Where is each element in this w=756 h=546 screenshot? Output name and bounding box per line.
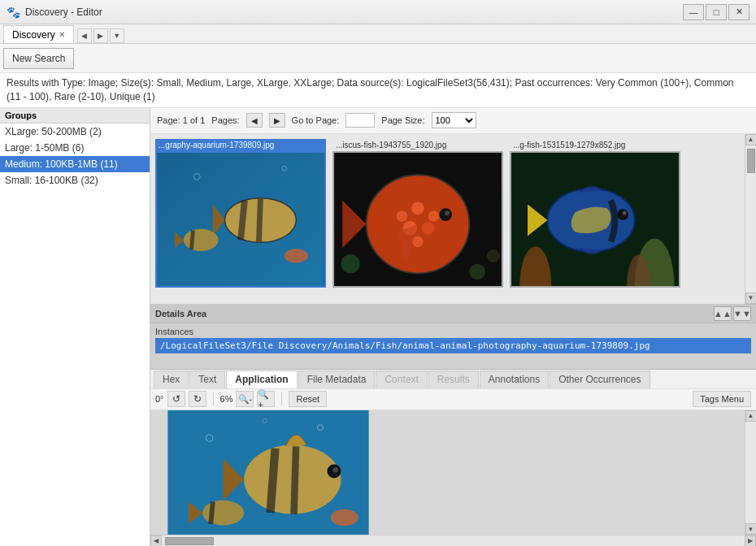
title-bar-left: 🐾 Discovery - Editor — [7, 6, 102, 19]
thumbnail-item-2[interactable]: ...iscus-fish-1943755_1920.jpg — [332, 139, 503, 299]
sidebar-header: Groups — [0, 108, 150, 124]
rotate-left-button[interactable]: ↺ — [167, 391, 185, 407]
svg-point-37 — [623, 210, 627, 214]
tab-hex[interactable]: Hex — [154, 370, 189, 388]
thumb-label-3: ...g-fish-1531519-1279x852.jpg — [510, 139, 680, 151]
horiz-scrollbar: ◀ ▶ — [150, 535, 756, 546]
svg-line-47 — [211, 501, 213, 523]
nav-forward-btn[interactable]: ▶ — [93, 28, 108, 43]
svg-line-4 — [241, 200, 245, 240]
thumb-label-1: ...graphy-aquarium-1739809.jpg — [155, 139, 326, 151]
page-size-label: Page Size: — [381, 115, 424, 125]
svg-point-36 — [617, 209, 628, 220]
svg-line-42 — [294, 446, 297, 514]
scroll-down-arrow[interactable]: ▼ — [745, 292, 757, 304]
page-info: Page: 1 of 1 — [157, 115, 205, 125]
viewer-scrollbar: ▲ ▼ — [745, 410, 756, 535]
svg-line-41 — [271, 448, 276, 512]
svg-point-26 — [341, 254, 359, 273]
sidebar-item-medium[interactable]: Medium: 100KB-1MB (11) — [0, 156, 150, 172]
zoom-out-button[interactable]: 🔍- — [236, 391, 254, 407]
thumb-label-2: ...iscus-fish-1943755_1920.jpg — [332, 139, 503, 151]
svg-point-10 — [285, 249, 308, 263]
main-content: Groups XLarge: 50-200MB (2) Large: 1-50M… — [0, 108, 756, 546]
reset-button[interactable]: Reset — [289, 391, 327, 407]
title-bar: 🐾 Discovery - Editor — □ ✕ — [0, 0, 756, 24]
tags-menu-button[interactable]: Tags Menu — [693, 391, 751, 407]
close-button[interactable]: ✕ — [728, 4, 749, 20]
tab-other-occurrences[interactable]: Other Occurrences — [550, 370, 650, 388]
svg-point-27 — [469, 263, 485, 280]
instances-label: Instances — [155, 327, 751, 336]
app-icon: 🐾 — [7, 6, 20, 19]
horiz-scroll-right[interactable]: ▶ — [745, 535, 756, 547]
sidebar-item-large[interactable]: Large: 1-50MB (6) — [0, 140, 150, 156]
tab-label: Discovery — [12, 29, 55, 41]
svg-line-5 — [259, 198, 260, 241]
title-text: Discovery - Editor — [25, 6, 102, 18]
right-panel: Page: 1 of 1 Pages: ◀ ▶ Go to Page: Page… — [150, 108, 756, 546]
separator-2 — [281, 392, 282, 405]
discovery-tab[interactable]: Discovery ✕ — [3, 25, 74, 43]
next-page-button[interactable]: ▶ — [269, 113, 285, 128]
new-search-button[interactable]: New Search — [3, 48, 74, 69]
tab-application[interactable]: Application — [226, 370, 297, 388]
collapse-up-button[interactable]: ▲▲ — [714, 306, 732, 321]
image-viewer-container: ▲ ▼ — [150, 410, 756, 535]
tab-text[interactable]: Text — [189, 370, 225, 388]
tab-file-metadata[interactable]: File Metadata — [298, 370, 376, 388]
viewer-scroll-up[interactable]: ▲ — [745, 410, 757, 422]
svg-point-7 — [184, 228, 219, 250]
horiz-scroll-thumb[interactable] — [165, 537, 214, 545]
tab-close-icon[interactable]: ✕ — [59, 30, 65, 39]
fish-image-1 — [157, 153, 324, 286]
svg-point-18 — [428, 210, 440, 222]
goto-label: Go to Page: — [292, 115, 340, 125]
rotation-label: 0° — [155, 394, 164, 404]
nav-back-btn[interactable]: ◀ — [77, 28, 92, 43]
thumb-img-1 — [155, 151, 326, 288]
thumbnail-scrollbar: ▲ ▼ — [745, 134, 756, 304]
zoom-level-label: 6% — [220, 394, 233, 404]
page-size-select[interactable]: 100 50 200 — [432, 112, 476, 128]
svg-point-49 — [331, 509, 358, 525]
nav-down-btn[interactable]: ▼ — [110, 28, 124, 43]
horiz-scroll-left[interactable]: ◀ — [150, 535, 162, 547]
svg-line-8 — [191, 230, 193, 249]
thumbnail-item-3[interactable]: ...g-fish-1531519-1279x852.jpg — [510, 139, 680, 299]
minimize-button[interactable]: — — [683, 4, 704, 20]
bottom-tabs: Hex Text Application File Metadata Conte… — [150, 370, 756, 389]
zoom-in-button[interactable]: 🔍+ — [257, 391, 275, 407]
instance-path[interactable]: /LogicalFileSet3/File Discovery/Animals/… — [155, 338, 751, 353]
thumbnail-item-1[interactable]: ...graphy-aquarium-1739809.jpg — [155, 139, 326, 299]
pagination-bar: Page: 1 of 1 Pages: ◀ ▶ Go to Page: Page… — [150, 108, 756, 134]
svg-point-28 — [487, 249, 500, 262]
thumbnail-area: ...graphy-aquarium-1739809.jpg — [150, 134, 756, 305]
page-input[interactable] — [345, 113, 375, 128]
scroll-up-arrow[interactable]: ▲ — [745, 134, 757, 145]
info-text: Results with Type: Image; Size(s): Small… — [7, 77, 734, 102]
tab-results: Results — [428, 370, 479, 388]
details-header: Details Area ▲▲ ▼▼ — [150, 305, 756, 323]
svg-point-21 — [412, 236, 424, 247]
maximize-button[interactable]: □ — [706, 4, 727, 20]
sidebar-item-small[interactable]: Small: 16-100KB (32) — [0, 172, 150, 188]
collapse-down-button[interactable]: ▼▼ — [733, 306, 751, 321]
tab-annotations[interactable]: Annotations — [480, 370, 549, 388]
viewer-scroll-down[interactable]: ▼ — [745, 523, 757, 535]
prev-page-button[interactable]: ◀ — [246, 113, 263, 128]
rotate-right-button[interactable]: ↻ — [189, 391, 206, 407]
scroll-thumb[interactable] — [747, 149, 755, 173]
svg-point-20 — [422, 222, 435, 235]
thumb-img-2 — [332, 151, 503, 288]
viewer-toolbar: 0° ↺ ↻ 6% 🔍- 🔍+ Reset Tags Menu — [150, 389, 756, 410]
svg-point-23 — [445, 210, 450, 215]
fish-image-3 — [511, 153, 679, 286]
thumb-img-3 — [510, 151, 680, 288]
instances-area: Instances /LogicalFileSet3/File Discover… — [150, 323, 756, 357]
tab-context: Context — [376, 370, 427, 388]
svg-point-17 — [397, 210, 408, 222]
viewer-fish-svg — [150, 410, 386, 535]
sidebar-item-xlarge[interactable]: XLarge: 50-200MB (2) — [0, 124, 150, 140]
image-viewer — [150, 410, 745, 535]
